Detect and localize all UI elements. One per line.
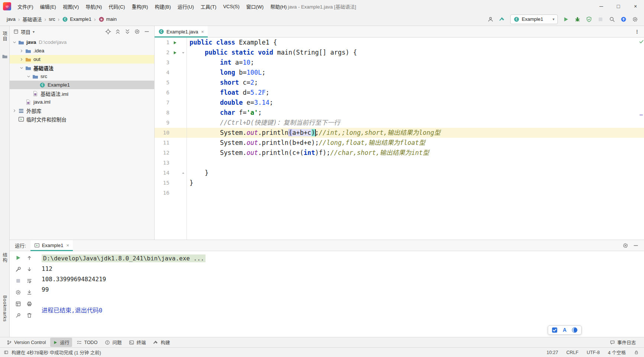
run-line-icon[interactable] bbox=[170, 38, 180, 48]
close-button[interactable]: × bbox=[627, 0, 644, 13]
tree-item[interactable]: javaD:\code\java bbox=[10, 38, 154, 46]
tree-item[interactable]: 基础语法 bbox=[10, 64, 154, 72]
line-number: 14 bbox=[155, 168, 170, 178]
tab-example1-java[interactable]: C Example1.java × bbox=[155, 26, 208, 37]
toolwindow-button[interactable]: 终端 bbox=[126, 338, 149, 347]
editor[interactable]: 1public class Example1 {2 public static … bbox=[155, 38, 644, 240]
inspections-ok-icon[interactable] bbox=[639, 39, 644, 44]
coverage-icon[interactable] bbox=[584, 14, 594, 24]
debug-icon[interactable] bbox=[572, 14, 583, 24]
hotswap-icon[interactable] bbox=[14, 289, 22, 296]
fold-marker-icon[interactable] bbox=[180, 48, 187, 58]
ime-check-icon[interactable] bbox=[551, 327, 558, 333]
settings-icon[interactable] bbox=[133, 27, 142, 36]
close-icon[interactable]: × bbox=[66, 243, 69, 248]
run-icon[interactable] bbox=[561, 14, 571, 24]
ime-circle-icon[interactable] bbox=[572, 327, 578, 333]
tree-item[interactable]: 基础语法.iml bbox=[10, 89, 154, 98]
toolwindow-button[interactable]: TODO bbox=[74, 339, 100, 346]
close-icon[interactable]: × bbox=[201, 29, 204, 35]
scroll-end-icon[interactable] bbox=[25, 289, 33, 296]
menu-item[interactable]: 工具(T) bbox=[197, 0, 220, 13]
toolwindow-switcher-icon[interactable] bbox=[4, 350, 9, 355]
folder-icon[interactable] bbox=[2, 53, 7, 59]
tree-item[interactable]: CExample1 bbox=[10, 81, 154, 89]
softwrap-icon[interactable] bbox=[25, 277, 33, 285]
console-output[interactable]: D:\develop\Java\jdk1.8.0_241\bin\java.ex… bbox=[36, 251, 644, 337]
down-icon[interactable] bbox=[25, 266, 33, 273]
locate-icon[interactable] bbox=[104, 27, 113, 36]
hide-icon[interactable] bbox=[142, 27, 151, 36]
menu-item[interactable]: VCS(S) bbox=[220, 1, 243, 12]
update-icon[interactable] bbox=[618, 14, 629, 24]
clear-icon[interactable] bbox=[25, 312, 33, 319]
toolwindow-button[interactable]: 问题 bbox=[102, 338, 124, 347]
stripe-structure-button[interactable]: 结构 bbox=[1, 253, 8, 263]
expand-all-icon[interactable] bbox=[123, 27, 132, 36]
menu-item[interactable]: 重构(R) bbox=[128, 0, 151, 13]
fold-marker-icon[interactable] bbox=[180, 168, 187, 178]
chevron-right-icon[interactable] bbox=[18, 49, 25, 53]
menu-item[interactable]: 导航(N) bbox=[82, 0, 105, 13]
status-line-ending[interactable]: CRLF bbox=[566, 350, 579, 355]
breadcrumb-item[interactable]: src bbox=[48, 15, 56, 23]
project-panel-title[interactable]: 项目 bbox=[21, 28, 30, 35]
toolwindow-button[interactable]: Version Control bbox=[4, 339, 49, 346]
iml-file-icon bbox=[25, 99, 32, 105]
settings-icon[interactable] bbox=[621, 241, 630, 250]
chevron-down-icon[interactable] bbox=[25, 74, 32, 79]
toolwindow-button[interactable]: 运行 bbox=[50, 338, 72, 347]
run-tab-example1[interactable]: Example1 × bbox=[30, 240, 73, 251]
tree-item[interactable]: java.iml bbox=[10, 98, 154, 106]
menu-item[interactable]: 编辑(E) bbox=[37, 0, 59, 13]
wrench-icon[interactable] bbox=[14, 266, 22, 273]
minimize-button[interactable]: ─ bbox=[593, 0, 610, 13]
chevron-right-icon[interactable] bbox=[18, 57, 25, 62]
tree-item[interactable]: .idea bbox=[10, 46, 154, 55]
status-indent[interactable]: 4 个空格 bbox=[608, 349, 626, 356]
menu-item[interactable]: 窗口(W) bbox=[243, 0, 267, 13]
menu-item[interactable]: 视图(V) bbox=[59, 0, 82, 13]
stop-icon[interactable] bbox=[595, 14, 606, 24]
more-icon[interactable]: ⋮ bbox=[630, 26, 644, 37]
print-icon[interactable] bbox=[25, 300, 33, 308]
chevron-down-icon[interactable] bbox=[11, 40, 17, 45]
rerun-icon[interactable] bbox=[14, 254, 22, 262]
tree-item[interactable]: 临时文件和控制台 bbox=[10, 115, 154, 123]
breadcrumb-item[interactable]: 基础语法 bbox=[22, 14, 43, 24]
menu-item[interactable]: 代码(C) bbox=[105, 0, 128, 13]
breadcrumb-item[interactable]: java bbox=[6, 15, 16, 23]
breadcrumb-item[interactable]: mmain bbox=[98, 15, 117, 23]
status-encoding[interactable]: UTF-8 bbox=[587, 350, 600, 355]
toolwindow-button[interactable]: 构建 bbox=[150, 338, 173, 347]
menu-item[interactable]: 文件(F) bbox=[14, 0, 37, 13]
lock-icon[interactable] bbox=[634, 350, 639, 355]
toolwindow-button[interactable]: 事件日志 bbox=[607, 338, 639, 347]
hide-icon[interactable] bbox=[631, 241, 640, 250]
stripe-bookmarks-button[interactable]: Bookmarks bbox=[2, 295, 7, 322]
tree-item[interactable]: 外部库 bbox=[10, 106, 154, 115]
run-line-icon[interactable] bbox=[170, 48, 180, 58]
user-icon[interactable] bbox=[485, 14, 496, 24]
stripe-project-button[interactable]: 项目 bbox=[1, 31, 8, 41]
search-icon[interactable] bbox=[607, 14, 617, 24]
menu-item[interactable]: 帮助(H) bbox=[267, 0, 290, 13]
chevron-down-icon[interactable]: ▾ bbox=[33, 30, 35, 34]
pin-icon[interactable] bbox=[14, 312, 22, 319]
hammer-icon[interactable] bbox=[497, 14, 507, 24]
settings-icon[interactable] bbox=[630, 14, 640, 24]
up-icon[interactable] bbox=[25, 254, 33, 262]
collapse-all-icon[interactable] bbox=[113, 27, 122, 36]
menu-item[interactable]: 运行(U) bbox=[174, 0, 197, 13]
breadcrumb-item[interactable]: CExample1 bbox=[61, 15, 92, 23]
stop-icon[interactable] bbox=[14, 277, 22, 285]
tree-item[interactable]: out bbox=[10, 55, 154, 64]
layout-icon[interactable] bbox=[14, 300, 22, 308]
chevron-down-icon[interactable] bbox=[18, 66, 25, 70]
ime-a-icon[interactable]: A bbox=[562, 327, 568, 333]
maximize-button[interactable]: □ bbox=[610, 0, 627, 13]
chevron-right-icon[interactable] bbox=[11, 108, 17, 113]
menu-item[interactable]: 构建(B) bbox=[151, 0, 174, 13]
run-config-selector[interactable]: C Example1 ▾ bbox=[510, 14, 558, 24]
tree-item[interactable]: src bbox=[10, 72, 154, 81]
